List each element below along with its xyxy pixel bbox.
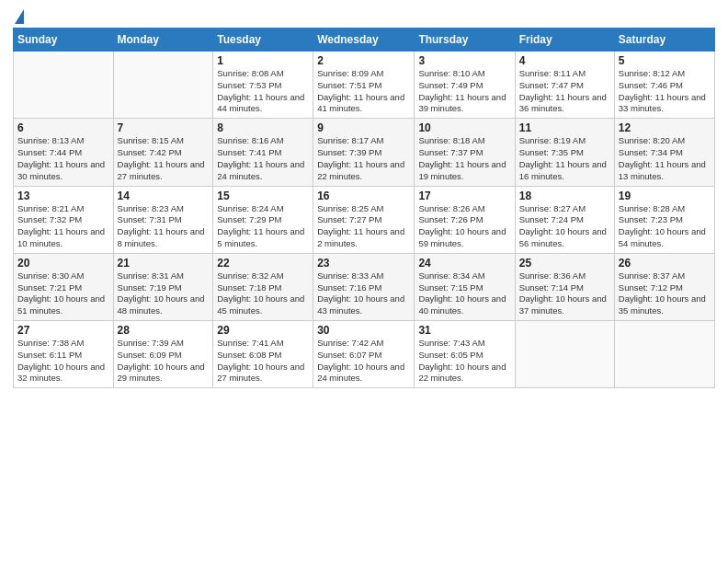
calendar-cell: 25Sunrise: 8:36 AM Sunset: 7:14 PM Dayli… [515, 253, 614, 320]
calendar-cell: 3Sunrise: 8:10 AM Sunset: 7:49 PM Daylig… [415, 52, 515, 119]
day-number: 24 [418, 257, 510, 270]
calendar-cell [113, 52, 213, 119]
day-number: 17 [418, 190, 510, 202]
day-number: 28 [118, 324, 210, 337]
day-number: 27 [17, 324, 109, 337]
day-info: Sunrise: 8:26 AM Sunset: 7:26 PM Dayligh… [418, 203, 510, 250]
calendar-week-row: 6Sunrise: 8:13 AM Sunset: 7:44 PM Daylig… [14, 119, 715, 186]
calendar-cell: 9Sunrise: 8:17 AM Sunset: 7:39 PM Daylig… [313, 119, 415, 186]
day-number: 1 [217, 54, 309, 67]
weekday-header-monday: Monday [113, 29, 213, 52]
day-info: Sunrise: 8:21 AM Sunset: 7:32 PM Dayligh… [17, 203, 109, 250]
logo-triangle-icon [15, 9, 24, 24]
day-info: Sunrise: 8:10 AM Sunset: 7:49 PM Dayligh… [418, 68, 510, 115]
calendar-cell: 13Sunrise: 8:21 AM Sunset: 7:32 PM Dayli… [14, 186, 114, 253]
day-info: Sunrise: 8:24 AM Sunset: 7:29 PM Dayligh… [217, 203, 309, 250]
day-info: Sunrise: 8:16 AM Sunset: 7:41 PM Dayligh… [217, 135, 309, 182]
calendar-cell: 1Sunrise: 8:08 AM Sunset: 7:53 PM Daylig… [213, 52, 313, 119]
day-number: 9 [317, 121, 410, 134]
calendar-cell: 16Sunrise: 8:25 AM Sunset: 7:27 PM Dayli… [313, 186, 415, 253]
day-number: 26 [619, 257, 711, 270]
calendar-cell: 21Sunrise: 8:31 AM Sunset: 7:19 PM Dayli… [113, 253, 213, 320]
calendar-table: SundayMondayTuesdayWednesdayThursdayFrid… [13, 28, 715, 388]
day-number: 8 [217, 121, 309, 134]
calendar-week-row: 1Sunrise: 8:08 AM Sunset: 7:53 PM Daylig… [14, 52, 715, 119]
calendar-cell: 18Sunrise: 8:27 AM Sunset: 7:24 PM Dayli… [515, 186, 614, 253]
day-info: Sunrise: 7:43 AM Sunset: 6:05 PM Dayligh… [418, 338, 510, 385]
day-number: 21 [118, 257, 210, 270]
calendar-cell [14, 52, 114, 119]
day-number: 25 [519, 257, 610, 270]
day-number: 10 [418, 121, 510, 134]
day-number: 18 [519, 190, 610, 202]
day-info: Sunrise: 7:42 AM Sunset: 6:07 PM Dayligh… [317, 338, 410, 385]
day-number: 19 [619, 190, 711, 202]
day-info: Sunrise: 7:39 AM Sunset: 6:09 PM Dayligh… [118, 338, 210, 385]
day-info: Sunrise: 8:12 AM Sunset: 7:46 PM Dayligh… [619, 68, 711, 115]
day-info: Sunrise: 8:28 AM Sunset: 7:23 PM Dayligh… [619, 203, 711, 250]
calendar-cell: 15Sunrise: 8:24 AM Sunset: 7:29 PM Dayli… [213, 186, 313, 253]
calendar-week-row: 20Sunrise: 8:30 AM Sunset: 7:21 PM Dayli… [14, 253, 715, 320]
calendar-cell: 24Sunrise: 8:34 AM Sunset: 7:15 PM Dayli… [415, 253, 515, 320]
day-number: 12 [619, 121, 711, 134]
day-number: 2 [317, 54, 410, 67]
day-number: 30 [317, 324, 410, 337]
day-number: 5 [619, 54, 711, 67]
day-number: 31 [418, 324, 510, 337]
calendar-cell: 5Sunrise: 8:12 AM Sunset: 7:46 PM Daylig… [614, 52, 714, 119]
day-info: Sunrise: 8:25 AM Sunset: 7:27 PM Dayligh… [317, 203, 410, 250]
calendar-cell: 7Sunrise: 8:15 AM Sunset: 7:42 PM Daylig… [113, 119, 213, 186]
calendar-header-row: SundayMondayTuesdayWednesdayThursdayFrid… [14, 29, 715, 52]
day-number: 4 [519, 54, 610, 67]
day-info: Sunrise: 8:13 AM Sunset: 7:44 PM Dayligh… [17, 135, 109, 182]
calendar-cell: 27Sunrise: 7:38 AM Sunset: 6:11 PM Dayli… [14, 321, 114, 388]
day-info: Sunrise: 8:20 AM Sunset: 7:34 PM Dayligh… [619, 135, 711, 182]
calendar-week-row: 13Sunrise: 8:21 AM Sunset: 7:32 PM Dayli… [14, 186, 715, 253]
day-number: 20 [17, 257, 109, 270]
calendar-cell: 31Sunrise: 7:43 AM Sunset: 6:05 PM Dayli… [415, 321, 515, 388]
day-number: 11 [519, 121, 610, 134]
day-number: 29 [217, 324, 309, 337]
day-info: Sunrise: 8:30 AM Sunset: 7:21 PM Dayligh… [17, 270, 109, 317]
calendar-cell: 29Sunrise: 7:41 AM Sunset: 6:08 PM Dayli… [213, 321, 313, 388]
page: SundayMondayTuesdayWednesdayThursdayFrid… [0, 0, 728, 563]
day-info: Sunrise: 8:08 AM Sunset: 7:53 PM Dayligh… [217, 68, 309, 115]
day-info: Sunrise: 8:17 AM Sunset: 7:39 PM Dayligh… [317, 135, 410, 182]
weekday-header-tuesday: Tuesday [213, 29, 313, 52]
day-info: Sunrise: 8:34 AM Sunset: 7:15 PM Dayligh… [418, 270, 510, 317]
calendar-cell: 30Sunrise: 7:42 AM Sunset: 6:07 PM Dayli… [313, 321, 415, 388]
calendar-cell: 6Sunrise: 8:13 AM Sunset: 7:44 PM Daylig… [14, 119, 114, 186]
weekday-header-saturday: Saturday [614, 29, 714, 52]
calendar-cell: 19Sunrise: 8:28 AM Sunset: 7:23 PM Dayli… [614, 186, 714, 253]
calendar-cell: 17Sunrise: 8:26 AM Sunset: 7:26 PM Dayli… [415, 186, 515, 253]
day-info: Sunrise: 8:23 AM Sunset: 7:31 PM Dayligh… [118, 203, 210, 250]
calendar-cell: 8Sunrise: 8:16 AM Sunset: 7:41 PM Daylig… [213, 119, 313, 186]
day-number: 6 [17, 121, 109, 134]
logo-area [13, 9, 24, 24]
calendar-cell: 28Sunrise: 7:39 AM Sunset: 6:09 PM Dayli… [113, 321, 213, 388]
day-info: Sunrise: 8:36 AM Sunset: 7:14 PM Dayligh… [519, 270, 610, 317]
calendar-cell [614, 321, 714, 388]
calendar-cell: 4Sunrise: 8:11 AM Sunset: 7:47 PM Daylig… [515, 52, 614, 119]
day-info: Sunrise: 8:31 AM Sunset: 7:19 PM Dayligh… [118, 270, 210, 317]
logo [13, 13, 24, 24]
day-info: Sunrise: 7:41 AM Sunset: 6:08 PM Dayligh… [217, 338, 309, 385]
day-info: Sunrise: 8:33 AM Sunset: 7:16 PM Dayligh… [317, 270, 410, 317]
day-info: Sunrise: 8:15 AM Sunset: 7:42 PM Dayligh… [118, 135, 210, 182]
day-info: Sunrise: 7:38 AM Sunset: 6:11 PM Dayligh… [17, 338, 109, 385]
day-number: 7 [118, 121, 210, 134]
calendar-cell: 12Sunrise: 8:20 AM Sunset: 7:34 PM Dayli… [614, 119, 714, 186]
day-number: 22 [217, 257, 309, 270]
day-number: 15 [217, 190, 309, 202]
weekday-header-sunday: Sunday [14, 29, 114, 52]
weekday-header-friday: Friday [515, 29, 614, 52]
day-info: Sunrise: 8:32 AM Sunset: 7:18 PM Dayligh… [217, 270, 309, 317]
calendar-cell: 10Sunrise: 8:18 AM Sunset: 7:37 PM Dayli… [415, 119, 515, 186]
calendar-cell: 20Sunrise: 8:30 AM Sunset: 7:21 PM Dayli… [14, 253, 114, 320]
calendar-cell: 22Sunrise: 8:32 AM Sunset: 7:18 PM Dayli… [213, 253, 313, 320]
day-number: 13 [17, 190, 109, 202]
header [13, 9, 715, 24]
calendar-cell: 26Sunrise: 8:37 AM Sunset: 7:12 PM Dayli… [614, 253, 714, 320]
weekday-header-thursday: Thursday [415, 29, 515, 52]
calendar-cell: 11Sunrise: 8:19 AM Sunset: 7:35 PM Dayli… [515, 119, 614, 186]
